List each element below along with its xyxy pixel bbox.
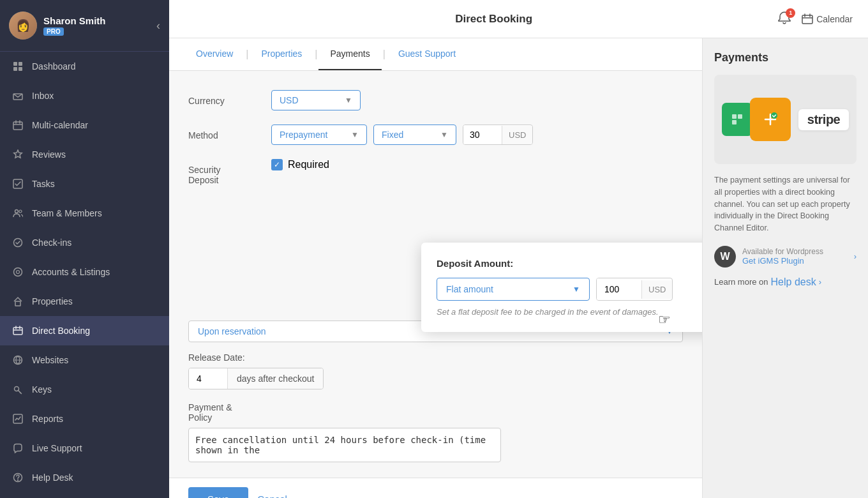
method-type-select[interactable]: Fixed ▼ [373,124,456,145]
star-icon [11,148,24,161]
main: Direct Booking 1 Calendar Overview | Pro… [169,0,868,498]
inbox-icon [11,89,24,102]
websites-icon [11,354,24,366]
deposit-amount-field[interactable] [597,278,641,300]
user-name: Sharon Smith [43,15,106,26]
panel-title: Payments [714,51,857,64]
sidebar-item-label: Websites [32,355,68,365]
sidebar-item-dashboard[interactable]: Dashboard [0,52,169,81]
helpdesk-link[interactable]: Help desk [771,276,816,288]
tabs-bar: Overview | Properties | Payments | Guest… [169,38,702,71]
keys-icon [11,383,24,396]
sidebar-item-label: Check-ins [32,238,71,248]
sidebar-item-multicalendar[interactable]: Multi-calendar [0,110,169,140]
wordpress-row: W Available for Wordpress Get iGMS Plugi… [714,246,857,268]
form-section: Currency USD ▼ Method Prepayment ▼ [169,71,702,206]
policy-label: Payment &Policy [188,402,683,423]
currency-label: Currency [188,90,271,106]
cancel-button[interactable]: Cancel [257,487,287,498]
method-select[interactable]: Prepayment ▼ [271,124,367,145]
calendar-button[interactable]: Calendar [802,13,853,25]
pro-badge: PRO [43,27,64,36]
required-checkbox[interactable]: ✓ [271,159,283,170]
sidebar-item-checkins[interactable]: Check-ins [0,228,169,257]
sidebar-item-label: Multi-calendar [32,120,88,130]
sidebar-item-properties[interactable]: Properties [0,287,169,316]
sidebar-item-accounts[interactable]: Accounts & Listings [0,257,169,287]
required-checkbox-row: ✓ Required [271,159,329,170]
svg-rect-21 [732,120,737,124]
sidebar-item-websites[interactable]: Websites [0,345,169,375]
tab-payments[interactable]: Payments [318,38,381,70]
tab-overview[interactable]: Overview [184,38,244,70]
sidebar-item-livesupport[interactable]: Live Support [0,434,169,463]
svg-point-10 [14,268,22,276]
tasks-icon [11,177,24,190]
notification-badge: 1 [786,8,795,18]
currency-select[interactable]: USD ▼ [271,90,361,110]
helpdesk-icon [11,471,24,484]
chevron-down-icon: ▼ [440,130,448,139]
calendar-icon [11,119,24,132]
deposit-type-select[interactable]: Flat amount ▼ [437,278,590,301]
sidebar-item-label: Inbox [32,91,54,101]
sidebar-item-reviews[interactable]: Reviews [0,140,169,169]
user-profile[interactable]: 👩 Sharon Smith PRO [9,11,106,40]
footer-buttons: Save Cancel [169,478,702,498]
svg-point-8 [19,210,22,213]
svg-point-11 [17,271,20,274]
sidebar-item-inbox[interactable]: Inbox [0,81,169,110]
sidebar-item-keys[interactable]: Keys [0,375,169,404]
grid-icon [11,60,24,73]
sidebar-item-label: Dashboard [32,61,76,72]
main-content: Overview | Properties | Payments | Guest… [169,38,702,498]
wordpress-title: Available for Wordpress [742,247,848,256]
method-type-value: Fixed [382,130,403,140]
sidebar-item-directbooking[interactable]: Direct Booking [0,316,169,345]
svg-rect-18 [802,15,812,24]
sidebar-item-label: Team & Members [32,208,102,218]
notification-button[interactable]: 1 [777,11,791,27]
tab-guestsupport[interactable]: Guest Support [387,38,467,70]
svg-rect-13 [13,328,22,335]
policy-textarea[interactable]: Free cancellation until 24 hours before … [188,428,501,462]
release-value-field[interactable] [189,368,227,389]
method-controls: Prepayment ▼ Fixed ▼ USD [271,124,533,145]
sidebar-item-logout[interactable]: Log Out [0,492,169,498]
chevron-down-icon: ▼ [345,96,352,105]
igms-plugin-link[interactable]: Get iGMS Plugin [742,256,848,266]
sidebar-item-label: Live Support [32,443,82,453]
sidebar-item-tasks[interactable]: Tasks [0,169,169,199]
deposit-description: Set a flat deposit fee to be charged in … [437,307,702,317]
currency-controls: USD ▼ [271,90,361,110]
svg-rect-2 [13,67,17,71]
sidebar-item-team[interactable]: Team & Members [0,199,169,228]
properties-icon [11,295,24,308]
calendar-label: Calendar [816,14,853,24]
sidebar-item-label: Reports [32,414,63,424]
accounts-icon [11,266,24,278]
svg-rect-19 [732,114,737,119]
collapse-button[interactable]: ‹ [156,19,160,33]
sidebar-item-helpdesk[interactable]: Help Desk [0,463,169,492]
tab-properties[interactable]: Properties [250,38,314,70]
checkins-icon [11,236,24,249]
user-info: Sharon Smith PRO [43,15,106,36]
deposit-title: Deposit Amount: [437,258,702,269]
currency-value: USD [280,95,299,105]
content-area: Overview | Properties | Payments | Guest… [169,38,868,498]
save-button[interactable]: Save [188,487,248,498]
reports-icon [11,412,24,425]
method-amount-field[interactable] [463,125,502,144]
policy-row: Payment &Policy Free cancellation until … [169,402,702,465]
svg-rect-20 [738,114,742,119]
security-deposit-row: SecurityDeposit ✓ Required [188,159,683,185]
release-controls: days after checkout [188,368,324,389]
sidebar-item-reports[interactable]: Reports [0,404,169,434]
method-label: Method [188,124,271,140]
method-suffix: USD [502,126,532,144]
method-value: Prepayment [280,130,327,140]
method-amount-input: USD [463,124,533,145]
learn-more-row: Learn more on Help desk › [714,276,857,288]
svg-rect-12 [15,301,20,306]
